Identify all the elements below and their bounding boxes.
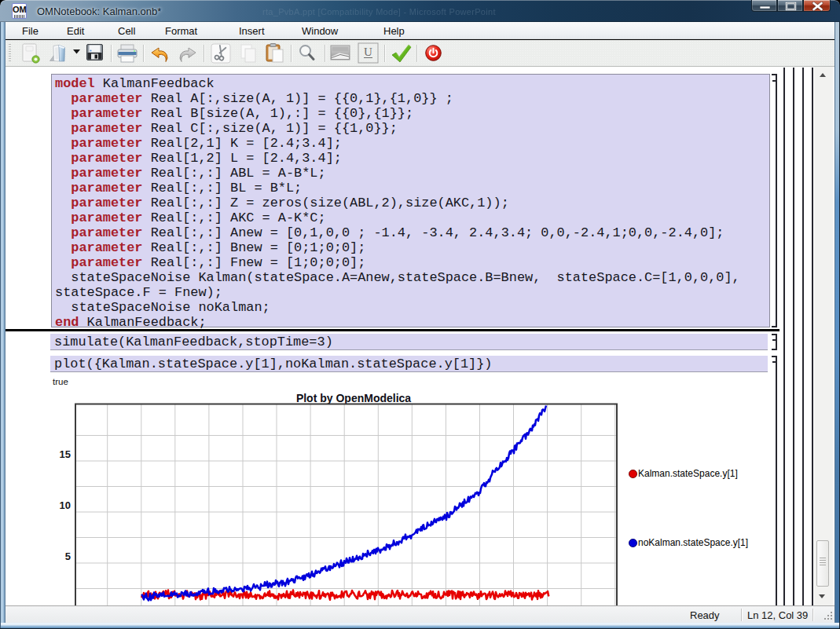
svg-text:U: U [364, 46, 372, 58]
